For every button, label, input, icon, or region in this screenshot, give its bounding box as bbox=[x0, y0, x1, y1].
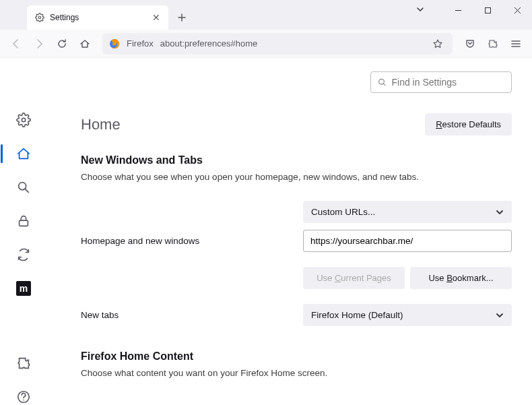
sidebar-item-more[interactable]: m bbox=[15, 280, 32, 297]
chevron-down-icon[interactable] bbox=[416, 5, 424, 13]
address-bar[interactable]: Firefox about:preferences#home bbox=[102, 33, 453, 55]
titlebar: Settings ✕ bbox=[0, 0, 532, 30]
restore-defaults-button[interactable]: Restore Defaults bbox=[425, 113, 512, 135]
use-bookmark-button[interactable]: Use Bookmark... bbox=[410, 267, 512, 289]
sidebar-item-help[interactable] bbox=[15, 389, 32, 405]
select-value: Custom URLs... bbox=[311, 207, 375, 217]
close-window-button[interactable] bbox=[502, 0, 532, 20]
homepage-mode-select[interactable]: Custom URLs... bbox=[303, 201, 512, 223]
section-desc: Choose what you see when you open your h… bbox=[81, 172, 512, 182]
home-button[interactable] bbox=[74, 33, 96, 55]
sidebar-item-home[interactable] bbox=[15, 146, 32, 162]
select-value: Firefox Home (Default) bbox=[311, 310, 403, 320]
menu-button[interactable] bbox=[505, 33, 527, 55]
homepage-label: Homepage and new windows bbox=[81, 236, 303, 246]
settings-main: Home Restore Defaults New Windows and Ta… bbox=[47, 58, 532, 405]
page-title: Home bbox=[81, 116, 121, 133]
section-new-windows-tabs: New Windows and Tabs bbox=[81, 154, 512, 166]
gear-icon bbox=[35, 13, 44, 22]
chevron-down-icon bbox=[496, 208, 504, 216]
firefox-logo-icon bbox=[109, 38, 120, 49]
use-current-pages-button[interactable]: Use Current Pages bbox=[303, 267, 405, 289]
nav-toolbar: Firefox about:preferences#home bbox=[0, 30, 532, 58]
svg-point-0 bbox=[38, 16, 41, 19]
sidebar-item-sync[interactable] bbox=[15, 247, 32, 263]
reload-button[interactable] bbox=[51, 33, 73, 55]
maximize-button[interactable] bbox=[473, 0, 502, 20]
sidebar-item-search[interactable] bbox=[15, 179, 32, 195]
svg-rect-5 bbox=[20, 220, 28, 226]
newtabs-select[interactable]: Firefox Home (Default) bbox=[303, 304, 512, 326]
back-button[interactable] bbox=[5, 33, 27, 55]
find-input[interactable] bbox=[391, 77, 504, 88]
sidebar-item-extensions[interactable] bbox=[15, 355, 32, 371]
tab-title: Settings bbox=[50, 13, 147, 22]
settings-sidebar: m bbox=[0, 58, 47, 405]
find-in-settings[interactable] bbox=[370, 71, 512, 93]
svg-rect-1 bbox=[485, 7, 490, 13]
window-controls bbox=[443, 0, 532, 20]
urlbar-identity: Firefox bbox=[127, 38, 154, 49]
section-desc-2: Choose what content you want on your Fir… bbox=[81, 368, 512, 378]
bookmark-star-icon[interactable] bbox=[430, 38, 446, 49]
section-firefox-home-content: Firefox Home Content bbox=[81, 350, 512, 363]
sidebar-item-general[interactable] bbox=[15, 112, 32, 128]
new-tab-button[interactable] bbox=[172, 8, 191, 27]
extensions-button[interactable] bbox=[482, 33, 504, 55]
urlbar-text: about:preferences#home bbox=[160, 38, 423, 49]
newtabs-label: New tabs bbox=[81, 310, 303, 320]
browser-tab[interactable]: Settings ✕ bbox=[27, 5, 168, 30]
pocket-button[interactable] bbox=[459, 33, 481, 55]
forward-button[interactable] bbox=[28, 33, 50, 55]
close-icon[interactable]: ✕ bbox=[152, 12, 160, 23]
sidebar-item-privacy[interactable] bbox=[15, 213, 32, 229]
content: m Home Restore Defaults New Windows and … bbox=[0, 58, 532, 405]
svg-point-3 bbox=[22, 118, 26, 122]
minimize-button[interactable] bbox=[443, 0, 473, 20]
homepage-url-input[interactable] bbox=[303, 230, 512, 252]
chevron-down-icon bbox=[496, 311, 504, 319]
